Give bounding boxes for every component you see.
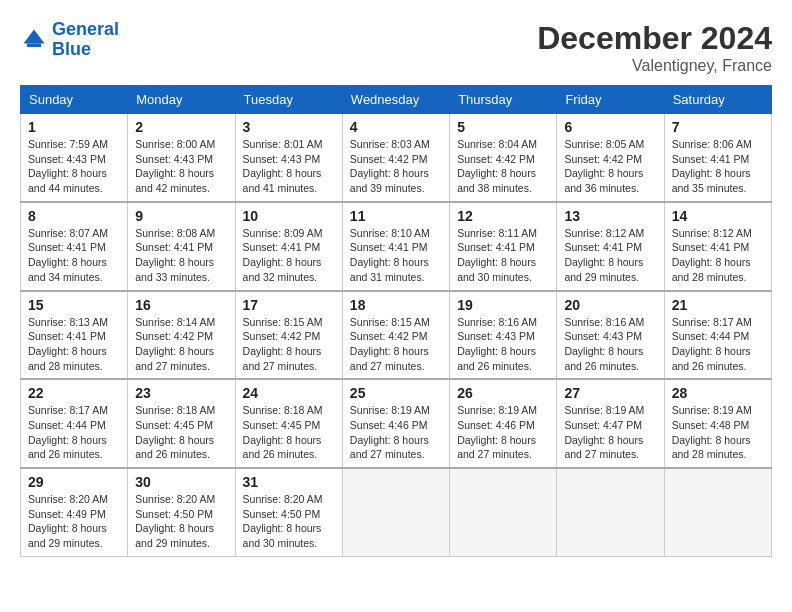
day-cell-5: 5 Sunrise: 8:04 AM Sunset: 4:42 PM Dayli…: [450, 114, 557, 202]
day-cell-24: 24 Sunrise: 8:18 AM Sunset: 4:45 PM Dayl…: [235, 379, 342, 468]
day-cell-10: 10 Sunrise: 8:09 AM Sunset: 4:41 PM Dayl…: [235, 202, 342, 291]
day-cell-25: 25 Sunrise: 8:19 AM Sunset: 4:46 PM Dayl…: [342, 379, 449, 468]
day-cell-15: 15 Sunrise: 8:13 AM Sunset: 4:41 PM Dayl…: [21, 291, 128, 380]
header-thursday: Thursday: [450, 86, 557, 114]
week-row-1: 1 Sunrise: 7:59 AM Sunset: 4:43 PM Dayli…: [21, 114, 772, 202]
day-detail: Sunrise: 8:11 AM Sunset: 4:41 PM Dayligh…: [457, 226, 549, 285]
day-cell-17: 17 Sunrise: 8:15 AM Sunset: 4:42 PM Dayl…: [235, 291, 342, 380]
day-detail: Sunrise: 8:00 AM Sunset: 4:43 PM Dayligh…: [135, 137, 227, 196]
day-number: 27: [564, 385, 656, 401]
day-cell-8: 8 Sunrise: 8:07 AM Sunset: 4:41 PM Dayli…: [21, 202, 128, 291]
day-cell-2: 2 Sunrise: 8:00 AM Sunset: 4:43 PM Dayli…: [128, 114, 235, 202]
day-detail: Sunrise: 8:16 AM Sunset: 4:43 PM Dayligh…: [564, 315, 656, 374]
day-detail: Sunrise: 8:04 AM Sunset: 4:42 PM Dayligh…: [457, 137, 549, 196]
day-cell-12: 12 Sunrise: 8:11 AM Sunset: 4:41 PM Dayl…: [450, 202, 557, 291]
day-number: 30: [135, 474, 227, 490]
week-row-4: 22 Sunrise: 8:17 AM Sunset: 4:44 PM Dayl…: [21, 379, 772, 468]
day-cell-31: 31 Sunrise: 8:20 AM Sunset: 4:50 PM Dayl…: [235, 468, 342, 556]
day-cell-19: 19 Sunrise: 8:16 AM Sunset: 4:43 PM Dayl…: [450, 291, 557, 380]
day-number: 14: [672, 208, 764, 224]
day-detail: Sunrise: 8:13 AM Sunset: 4:41 PM Dayligh…: [28, 315, 120, 374]
header-wednesday: Wednesday: [342, 86, 449, 114]
day-detail: Sunrise: 8:15 AM Sunset: 4:42 PM Dayligh…: [350, 315, 442, 374]
day-number: 28: [672, 385, 764, 401]
day-number: 17: [243, 297, 335, 313]
day-number: 4: [350, 119, 442, 135]
day-number: 22: [28, 385, 120, 401]
day-cell-14: 14 Sunrise: 8:12 AM Sunset: 4:41 PM Dayl…: [664, 202, 771, 291]
location-subtitle: Valentigney, France: [537, 57, 772, 75]
day-detail: Sunrise: 8:16 AM Sunset: 4:43 PM Dayligh…: [457, 315, 549, 374]
day-cell-26: 26 Sunrise: 8:19 AM Sunset: 4:46 PM Dayl…: [450, 379, 557, 468]
day-number: 15: [28, 297, 120, 313]
day-number: 7: [672, 119, 764, 135]
day-detail: Sunrise: 8:05 AM Sunset: 4:42 PM Dayligh…: [564, 137, 656, 196]
day-detail: Sunrise: 8:10 AM Sunset: 4:41 PM Dayligh…: [350, 226, 442, 285]
day-number: 18: [350, 297, 442, 313]
day-number: 21: [672, 297, 764, 313]
logo-blue: Blue: [52, 39, 91, 59]
day-number: 5: [457, 119, 549, 135]
header-friday: Friday: [557, 86, 664, 114]
day-cell-1: 1 Sunrise: 7:59 AM Sunset: 4:43 PM Dayli…: [21, 114, 128, 202]
svg-marker-0: [24, 29, 45, 43]
day-detail: Sunrise: 8:17 AM Sunset: 4:44 PM Dayligh…: [672, 315, 764, 374]
day-number: 25: [350, 385, 442, 401]
day-number: 12: [457, 208, 549, 224]
empty-cell: [342, 468, 449, 556]
day-cell-4: 4 Sunrise: 8:03 AM Sunset: 4:42 PM Dayli…: [342, 114, 449, 202]
day-detail: Sunrise: 8:14 AM Sunset: 4:42 PM Dayligh…: [135, 315, 227, 374]
day-detail: Sunrise: 8:03 AM Sunset: 4:42 PM Dayligh…: [350, 137, 442, 196]
day-detail: Sunrise: 8:08 AM Sunset: 4:41 PM Dayligh…: [135, 226, 227, 285]
day-number: 20: [564, 297, 656, 313]
logo-general: General: [52, 19, 119, 39]
day-detail: Sunrise: 8:06 AM Sunset: 4:41 PM Dayligh…: [672, 137, 764, 196]
day-detail: Sunrise: 7:59 AM Sunset: 4:43 PM Dayligh…: [28, 137, 120, 196]
header-monday: Monday: [128, 86, 235, 114]
day-number: 13: [564, 208, 656, 224]
day-detail: Sunrise: 8:12 AM Sunset: 4:41 PM Dayligh…: [672, 226, 764, 285]
day-detail: Sunrise: 8:20 AM Sunset: 4:50 PM Dayligh…: [243, 492, 335, 551]
day-detail: Sunrise: 8:19 AM Sunset: 4:46 PM Dayligh…: [457, 403, 549, 462]
month-year-title: December 2024: [537, 20, 772, 57]
week-row-5: 29 Sunrise: 8:20 AM Sunset: 4:49 PM Dayl…: [21, 468, 772, 556]
page-header: General Blue December 2024 Valentigney, …: [20, 20, 772, 75]
day-cell-28: 28 Sunrise: 8:19 AM Sunset: 4:48 PM Dayl…: [664, 379, 771, 468]
day-number: 3: [243, 119, 335, 135]
day-detail: Sunrise: 8:15 AM Sunset: 4:42 PM Dayligh…: [243, 315, 335, 374]
day-number: 2: [135, 119, 227, 135]
svg-rect-1: [27, 43, 41, 47]
day-detail: Sunrise: 8:20 AM Sunset: 4:49 PM Dayligh…: [28, 492, 120, 551]
day-cell-7: 7 Sunrise: 8:06 AM Sunset: 4:41 PM Dayli…: [664, 114, 771, 202]
day-cell-9: 9 Sunrise: 8:08 AM Sunset: 4:41 PM Dayli…: [128, 202, 235, 291]
header-saturday: Saturday: [664, 86, 771, 114]
day-number: 23: [135, 385, 227, 401]
day-cell-20: 20 Sunrise: 8:16 AM Sunset: 4:43 PM Dayl…: [557, 291, 664, 380]
day-detail: Sunrise: 8:19 AM Sunset: 4:48 PM Dayligh…: [672, 403, 764, 462]
day-cell-3: 3 Sunrise: 8:01 AM Sunset: 4:43 PM Dayli…: [235, 114, 342, 202]
day-cell-16: 16 Sunrise: 8:14 AM Sunset: 4:42 PM Dayl…: [128, 291, 235, 380]
day-detail: Sunrise: 8:17 AM Sunset: 4:44 PM Dayligh…: [28, 403, 120, 462]
day-number: 31: [243, 474, 335, 490]
day-cell-21: 21 Sunrise: 8:17 AM Sunset: 4:44 PM Dayl…: [664, 291, 771, 380]
day-number: 1: [28, 119, 120, 135]
day-number: 24: [243, 385, 335, 401]
calendar-table: Sunday Monday Tuesday Wednesday Thursday…: [20, 85, 772, 557]
day-number: 16: [135, 297, 227, 313]
day-cell-6: 6 Sunrise: 8:05 AM Sunset: 4:42 PM Dayli…: [557, 114, 664, 202]
day-cell-23: 23 Sunrise: 8:18 AM Sunset: 4:45 PM Dayl…: [128, 379, 235, 468]
header-tuesday: Tuesday: [235, 86, 342, 114]
weekday-header-row: Sunday Monday Tuesday Wednesday Thursday…: [21, 86, 772, 114]
day-cell-22: 22 Sunrise: 8:17 AM Sunset: 4:44 PM Dayl…: [21, 379, 128, 468]
day-detail: Sunrise: 8:19 AM Sunset: 4:47 PM Dayligh…: [564, 403, 656, 462]
day-detail: Sunrise: 8:19 AM Sunset: 4:46 PM Dayligh…: [350, 403, 442, 462]
logo-icon: [20, 26, 48, 54]
day-cell-18: 18 Sunrise: 8:15 AM Sunset: 4:42 PM Dayl…: [342, 291, 449, 380]
week-row-2: 8 Sunrise: 8:07 AM Sunset: 4:41 PM Dayli…: [21, 202, 772, 291]
day-number: 10: [243, 208, 335, 224]
day-number: 19: [457, 297, 549, 313]
day-number: 6: [564, 119, 656, 135]
day-detail: Sunrise: 8:01 AM Sunset: 4:43 PM Dayligh…: [243, 137, 335, 196]
day-detail: Sunrise: 8:18 AM Sunset: 4:45 PM Dayligh…: [243, 403, 335, 462]
header-sunday: Sunday: [21, 86, 128, 114]
